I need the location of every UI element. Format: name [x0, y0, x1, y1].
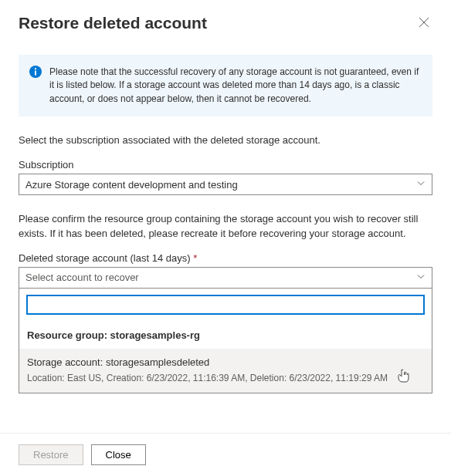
subscription-select[interactable]: Azure Storage content development and te… [19, 174, 432, 195]
deleted-label: Deleted storage account (last 14 days) * [19, 252, 432, 264]
page-title: Restore deleted account [19, 14, 207, 32]
close-icon[interactable] [415, 14, 432, 33]
dropdown-search-input[interactable] [26, 295, 425, 315]
dropdown-group-header: Resource group: storagesamples-rg [19, 322, 432, 349]
chevron-down-icon [416, 272, 426, 283]
svg-point-2 [35, 68, 36, 69]
subscription-value: Azure Storage content development and te… [25, 179, 238, 191]
svg-rect-1 [35, 71, 36, 76]
deleted-placeholder: Select account to recover [25, 272, 139, 283]
option-title: Storage account: storagesamplesdeleted [27, 356, 424, 368]
deleted-intro: Please confirm the resource group contai… [19, 212, 432, 241]
pointer-cursor-icon [398, 369, 410, 385]
option-subtitle: Location: East US, Creation: 6/23/2022, … [27, 373, 424, 383]
required-indicator: * [193, 252, 197, 264]
subscription-label: Subscription [19, 159, 432, 170]
close-button[interactable]: Close [91, 444, 146, 465]
subscription-intro: Select the subscription associated with … [19, 133, 432, 148]
dropdown-option[interactable]: Storage account: storagesamplesdeleted L… [19, 349, 432, 393]
info-banner: Please note that the successful recovery… [19, 55, 432, 116]
deleted-account-dropdown: Resource group: storagesamples-rg Storag… [19, 288, 432, 393]
restore-button: Restore [19, 444, 83, 465]
deleted-account-select[interactable]: Select account to recover [19, 267, 432, 289]
footer: Restore Close [0, 433, 451, 476]
info-text: Please note that the successful recovery… [49, 66, 419, 104]
x-icon [419, 17, 429, 28]
info-icon [29, 66, 42, 78]
chevron-down-icon [416, 179, 426, 191]
